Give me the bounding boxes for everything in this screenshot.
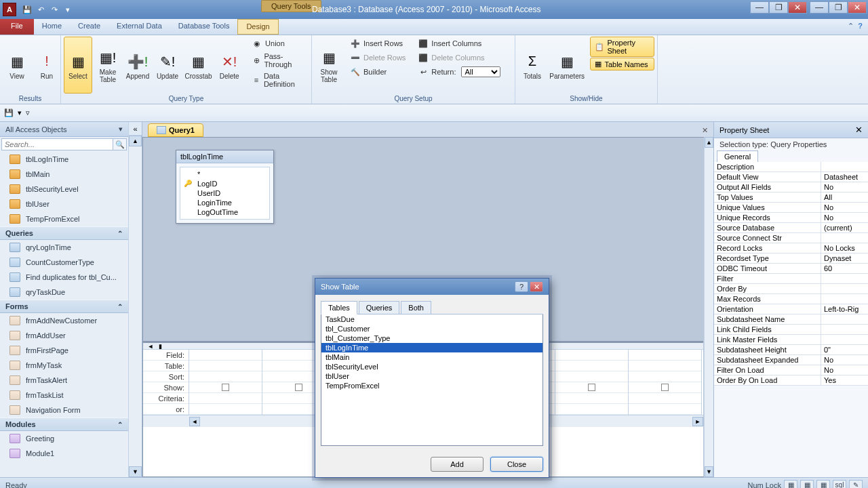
nav-item-query[interactable]: qryLogInTime — [0, 240, 128, 255]
run-button[interactable]: !Run — [33, 37, 61, 94]
scroll-up-icon[interactable]: ▲ — [129, 136, 142, 146]
datadef-button[interactable]: ≡Data Definition — [249, 70, 309, 89]
property-row[interactable]: Unique RecordsNo — [714, 213, 868, 223]
nav-item-form[interactable]: frmAddUser — [0, 328, 128, 343]
restore-button[interactable]: ❐ — [769, 1, 788, 14]
grid-cell[interactable] — [555, 393, 628, 404]
totals-button[interactable]: ΣTotals — [518, 37, 547, 94]
collapse-ribbon-icon[interactable]: ⌃ — [848, 22, 854, 32]
split-icon[interactable]: ▮ — [155, 343, 165, 349]
dialog-list-item[interactable]: tbl_Customer_Type — [321, 333, 542, 343]
scroll-down-icon[interactable]: ▼ — [705, 466, 713, 477]
dialog-close-button[interactable]: ✕ — [530, 281, 543, 292]
nav-group-modules[interactable]: Modules⌃ — [0, 418, 128, 431]
grid-cell[interactable] — [629, 350, 701, 361]
delete-columns-button[interactable]: ⬛Delete Columns — [415, 51, 503, 64]
dialog-list-item[interactable]: TaskDue — [321, 314, 542, 324]
property-row[interactable]: Max Records — [714, 294, 868, 304]
tab-general[interactable]: General — [717, 150, 758, 162]
dialog-list-item[interactable]: tblMain — [321, 352, 542, 362]
app-close-button[interactable]: ✕ — [788, 1, 807, 14]
dialog-tab[interactable]: Queries — [359, 301, 400, 314]
view-sql-icon[interactable]: sql — [833, 480, 846, 489]
property-row[interactable]: Subdatasheet Name — [714, 314, 868, 325]
make-table-button[interactable]: ▦!Make Table — [94, 37, 122, 94]
table-window[interactable]: tblLogInTime *LogIDUserIDLoginTimeLogOut… — [176, 150, 274, 224]
grid-cell-show[interactable] — [629, 382, 701, 393]
grid-cell[interactable] — [189, 371, 262, 382]
property-row[interactable]: ODBC Timeout60 — [714, 264, 868, 274]
nav-item-query[interactable]: qryTaskDue — [0, 285, 128, 300]
delete-button[interactable]: ✕!Delete — [215, 37, 243, 94]
nav-item-form[interactable]: frmTaskList — [0, 388, 128, 403]
property-sheet-toggle[interactable]: 📋Property Sheet — [590, 37, 654, 57]
parameters-button[interactable]: ▦Parameters — [548, 37, 586, 94]
nav-search-input[interactable] — [1, 138, 113, 150]
grid-cell[interactable] — [629, 361, 701, 371]
grid-cell[interactable] — [629, 404, 701, 415]
grid-cell[interactable] — [189, 393, 262, 404]
scroll-down-icon[interactable]: ▼ — [129, 466, 142, 477]
grid-cell[interactable] — [555, 361, 628, 371]
insert-columns-button[interactable]: ⬛Insert Columns — [415, 37, 503, 50]
nav-item-table[interactable]: tblUser — [0, 197, 128, 211]
collapse-icon[interactable]: ⌃ — [117, 303, 123, 310]
save-icon[interactable]: 💾 — [4, 108, 14, 117]
field-row[interactable]: LoginTime — [182, 198, 267, 207]
chevron-down-icon[interactable]: ▾ — [119, 125, 123, 134]
grid-cell[interactable] — [555, 371, 628, 382]
grid-cell-show[interactable] — [555, 382, 628, 393]
table-names-toggle[interactable]: ▦Table Names — [590, 58, 654, 70]
menu-external-data[interactable]: External Data — [108, 19, 170, 35]
field-row[interactable]: * — [182, 169, 267, 179]
undo-icon[interactable]: ↶ — [35, 4, 46, 15]
nav-group-forms[interactable]: Forms⌃ — [0, 300, 128, 313]
grid-cell[interactable] — [555, 404, 628, 415]
property-row[interactable]: Filter On LoadNo — [714, 365, 868, 375]
nav-item-table[interactable]: tblLogInTime — [0, 152, 128, 167]
builder-button[interactable]: 🔨Builder — [347, 65, 408, 79]
union-button[interactable]: ◉Union — [249, 37, 309, 50]
property-row[interactable]: Source Database(current) — [714, 223, 868, 233]
dropdown2-icon[interactable]: ▿ — [26, 108, 30, 117]
grid-cell[interactable] — [189, 361, 262, 371]
nav-item-module[interactable]: Greeting — [0, 431, 128, 446]
save-icon[interactable]: 💾 — [22, 4, 33, 15]
nav-group-queries[interactable]: Queries⌃ — [0, 226, 128, 240]
nav-item-table[interactable]: TempFromExcel — [0, 211, 128, 226]
collapse-icon[interactable]: ⌃ — [117, 230, 123, 237]
view-design-icon[interactable]: ✎ — [849, 480, 863, 489]
scroll-right-icon[interactable]: ► — [692, 417, 703, 426]
property-row[interactable]: Unique ValuesNo — [714, 203, 868, 213]
view-pivot-icon[interactable]: ▦ — [800, 480, 814, 489]
grid-cell[interactable] — [189, 350, 262, 361]
dropdown-icon[interactable]: ▾ — [18, 108, 22, 117]
dialog-tab[interactable]: Tables — [321, 301, 357, 314]
close-icon[interactable]: ✕ — [855, 125, 863, 135]
scroll-up-icon[interactable]: ▲ — [705, 137, 713, 148]
nav-item-query[interactable]: CountCustomerType — [0, 255, 128, 270]
menu-file[interactable]: File — [0, 19, 34, 35]
dialog-list[interactable]: TaskDuetbl_Customertbl_Customer_TypetblL… — [321, 314, 543, 446]
nav-item-form[interactable]: frmMyTask — [0, 358, 128, 373]
collapse-icon[interactable]: ⌃ — [117, 421, 123, 428]
dialog-list-item[interactable]: tbl_Customer — [321, 324, 542, 333]
scroll-left-icon[interactable]: ◄ — [189, 417, 200, 426]
redo-icon[interactable]: ↷ — [49, 4, 60, 15]
qat-dropdown-icon[interactable]: ▾ — [62, 4, 73, 15]
menu-database-tools[interactable]: Database Tools — [170, 19, 238, 35]
property-row[interactable]: OrientationLeft-to-Rig — [714, 304, 868, 314]
field-row[interactable]: UserID — [182, 188, 267, 198]
grid-cell[interactable] — [629, 371, 701, 382]
menu-design[interactable]: Design — [237, 19, 278, 35]
select-button[interactable]: ▦Select — [64, 37, 92, 94]
search-icon[interactable]: 🔍 — [113, 138, 127, 150]
document-close-button[interactable]: ✕ — [696, 124, 713, 137]
minimize-button[interactable]: — — [750, 1, 769, 14]
scroll-track[interactable] — [705, 148, 713, 466]
dialog-list-item[interactable]: TempFromExcel — [321, 381, 542, 390]
nav-item-query[interactable]: Find duplicates for tbl_Cu... — [0, 270, 128, 285]
nav-item-module[interactable]: Module1 — [0, 446, 128, 461]
property-row[interactable]: Default ViewDatasheet — [714, 172, 868, 182]
nav-item-form[interactable]: frmFirstPage — [0, 343, 128, 358]
